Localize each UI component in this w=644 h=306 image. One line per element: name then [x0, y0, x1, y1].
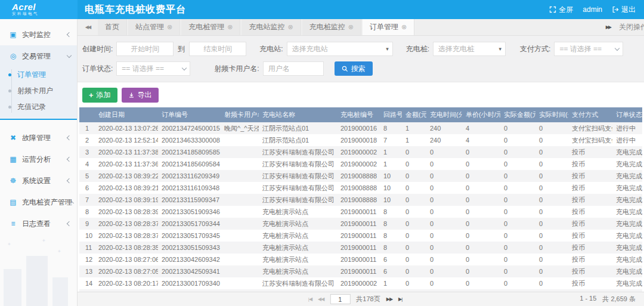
order-status-label: 订单状态:: [82, 64, 113, 74]
filter-row-2: 订单状态: == 请选择 == 射频卡用户名: 搜索: [82, 61, 638, 76]
payment-select[interactable]: == 请选择 ==: [554, 42, 623, 56]
sidebar-subitem-充值记录[interactable]: 充值记录: [0, 99, 77, 115]
tab-订单管理[interactable]: 订单管理⊗: [363, 19, 414, 35]
table-row[interactable]: 142020-02-13 08:20:172002133001709340江苏安…: [79, 277, 642, 289]
record-total: 共 2,659 条: [602, 295, 636, 304]
top-header: Acrel 安科瑞电气 电瓶车充电桩收费平台 全屏 admin 退出: [0, 0, 644, 19]
table-row[interactable]: 12020-02-13 13:07:262002134724500015晚闻^_…: [79, 122, 642, 134]
close-operations-menu[interactable]: 关闭操作: [619, 22, 644, 32]
sidebar-item-实时监控[interactable]: ▣实时监控: [0, 24, 77, 45]
search-button[interactable]: 搜索: [335, 61, 373, 76]
sidebar-group-交易管理: ◎交易管理订单管理射频卡用户充值记录: [0, 45, 77, 120]
table-row[interactable]: 32020-02-13 11:37:382002134185809585江苏安科…: [79, 146, 642, 158]
start-time-input[interactable]: [116, 42, 174, 56]
transaction-icon: ◎: [8, 52, 18, 60]
column-header: 充电桩编号: [337, 107, 380, 122]
chevron-icon: [67, 52, 72, 57]
table-row[interactable]: 82020-02-13 08:28:392002133051909346充电桩演…: [79, 206, 642, 218]
table-row[interactable]: 132020-02-13 08:27:052002133042509341充电桩…: [79, 265, 642, 277]
tabbar-right: ▶▶ 关闭操作: [600, 19, 644, 35]
create-time-label: 创建时间:: [82, 44, 113, 54]
first-page-icon[interactable]: |◀: [308, 296, 312, 302]
tab-close-icon[interactable]: ⊗: [287, 23, 293, 31]
fullscreen-label: 全屏: [559, 5, 573, 15]
tab-站点管理[interactable]: 站点管理⊗: [128, 19, 180, 35]
sidebar-item-日志查看[interactable]: ≡日志查看: [0, 213, 77, 234]
tabs-scroll-left-icon[interactable]: ◀◀: [78, 19, 98, 35]
logout-button[interactable]: 退出: [612, 5, 636, 15]
fullscreen-button[interactable]: 全屏: [549, 5, 573, 15]
prev-page-icon[interactable]: ◀◀: [318, 296, 324, 302]
tab-close-icon[interactable]: ⊗: [167, 23, 172, 31]
chevron-icon: [67, 135, 72, 140]
asset-icon: ▤: [8, 198, 18, 206]
header-actions: 全屏 admin 退出: [543, 5, 644, 15]
tab-首页[interactable]: 首页: [98, 19, 127, 35]
sidebar-item-系统设置[interactable]: ☸系统设置: [0, 170, 77, 191]
sidebar-item-交易管理[interactable]: ◎交易管理: [0, 45, 77, 67]
sidebar-item-运营分析[interactable]: ▦运营分析: [0, 149, 77, 170]
column-header: 金额(元): [402, 107, 426, 122]
total-pages-label: 共178页: [356, 295, 380, 304]
tab-充电桩监控[interactable]: 充电桩监控⊗: [302, 19, 361, 35]
tab-充电站监控[interactable]: 充电站监控⊗: [242, 19, 301, 35]
record-range: 1 - 15: [580, 295, 596, 304]
table-row[interactable]: 92020-02-13 08:28:372002133051709344充电桩演…: [79, 218, 642, 230]
pagination-summary: 1 - 15 共 2,659 条: [580, 295, 636, 304]
pile-label: 充电桩:: [406, 44, 429, 54]
table-row[interactable]: 72020-02-13 08:39:192002133115909347江苏安科…: [79, 194, 642, 206]
column-header: 实际时间(分): [535, 107, 568, 122]
table-row[interactable]: 102020-02-13 08:28:372002133051709345充电桩…: [79, 230, 642, 242]
add-button[interactable]: + 添加: [82, 88, 117, 103]
tab-bar: ◀◀ 首页站点管理⊗充电桩管理⊗充电站监控⊗充电桩监控⊗订单管理⊗ ▶▶ 关闭操…: [78, 19, 644, 36]
brand-subtitle: 安科瑞电气: [12, 11, 78, 16]
table-row[interactable]: 42020-02-13 11:37:362002134185609584江苏安科…: [79, 158, 642, 170]
chevron-icon: [67, 178, 72, 183]
main-panel: ◀◀ 首页站点管理⊗充电桩管理⊗充电站监控⊗充电桩监控⊗订单管理⊗ ▶▶ 关闭操…: [78, 19, 644, 306]
download-icon: [128, 92, 135, 98]
table-row[interactable]: 22020-02-13 12:52:142002134633300008江阴示范…: [79, 134, 642, 146]
last-page-icon[interactable]: ▶|: [398, 296, 402, 302]
payment-label: 支付方式:: [520, 44, 550, 54]
sidebar-item-故障管理[interactable]: ✖故障管理: [0, 127, 77, 149]
rfid-username-input[interactable]: [263, 61, 324, 76]
sidebar-item-充电桩资产管理[interactable]: ▤充电桩资产管理: [0, 191, 77, 213]
station-select[interactable]: 选择充电站 ▾: [287, 42, 393, 56]
fault-icon: ✖: [8, 134, 18, 142]
column-header: 订单编号: [158, 107, 221, 122]
column-header: 射频卡用户名: [221, 107, 259, 122]
end-time-input[interactable]: [189, 42, 246, 56]
chevron-down-icon: [615, 45, 620, 50]
tabs-scroll-right-icon[interactable]: ▶▶: [606, 24, 611, 30]
chevron-icon: [67, 221, 72, 226]
next-page-icon[interactable]: ▶▶: [386, 296, 392, 302]
table-row[interactable]: 112020-02-13 08:28:352002133051509343充电桩…: [79, 242, 642, 254]
column-header: 充电站名称: [259, 107, 337, 122]
column-header: 回路号: [380, 107, 402, 122]
tab-充电桩管理[interactable]: 充电桩管理⊗: [181, 19, 240, 35]
settings-icon: ☸: [8, 177, 18, 185]
app-window: Acrel 安科瑞电气 电瓶车充电桩收费平台 全屏 admin 退出: [0, 0, 644, 306]
user-menu[interactable]: admin: [583, 5, 602, 14]
sidebar-subitem-射频卡用户[interactable]: 射频卡用户: [0, 83, 77, 99]
dropdown-arrow-icon: ▾: [499, 46, 502, 52]
tab-close-icon[interactable]: ⊗: [227, 23, 233, 31]
order-status-select[interactable]: == 请选择 ==: [116, 61, 190, 76]
table-row[interactable]: 122020-02-13 08:27:062002133042609342充电桩…: [79, 254, 642, 265]
table-row[interactable]: 62020-02-13 08:39:212002133116109348江苏安科…: [79, 182, 642, 194]
chevron-icon: [67, 157, 72, 162]
tab-close-icon[interactable]: ⊗: [401, 23, 407, 31]
sidebar-subitem-订单管理[interactable]: 订单管理: [0, 67, 77, 83]
pile-select[interactable]: 选择充电桩 ▾: [433, 42, 506, 56]
brand-name: Acrel: [12, 3, 78, 11]
city-watermark: ✦ ✦ ✦: [0, 240, 78, 306]
bullet-icon: [8, 106, 11, 109]
export-button[interactable]: 导出: [122, 88, 159, 103]
table-row[interactable]: 52020-02-13 08:39:222002133116209349江苏安科…: [79, 170, 642, 182]
page-number-input[interactable]: [330, 294, 350, 304]
tab-close-icon[interactable]: ⊗: [348, 23, 354, 31]
rfid-user-label: 射频卡用户名:: [214, 64, 259, 74]
chevron-down-icon: [182, 65, 187, 70]
filter-row-1: 创建时间: 到 充电站: 选择充电站 ▾ 充电桩: 选择充电桩 ▾ 支付方式:: [82, 41, 638, 57]
table-header-row: 创建日期订单编号射频卡用户名充电站名称充电桩编号回路号金额(元)充电时间(分)单…: [79, 107, 642, 122]
